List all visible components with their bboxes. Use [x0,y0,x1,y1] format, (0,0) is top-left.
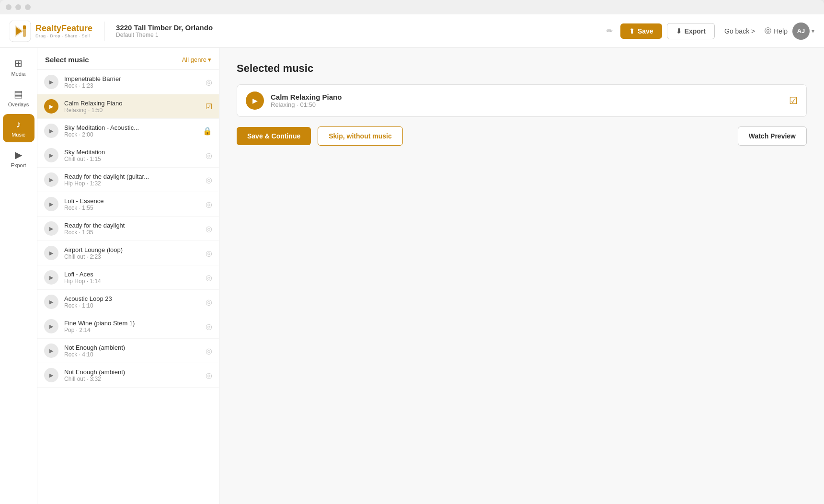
list-item[interactable]: ▶ Fine Wine (piano Stem 1) Pop · 2:14 ◎ [37,314,219,339]
check-icon: ◎ [206,371,212,380]
export-icon: ⬇ [676,27,682,35]
sidebar-item-overlays[interactable]: ▤ Overlays [3,83,34,112]
app-header: RealtyFeature Drag · Drop · Share · Sell… [0,14,824,48]
logo-text: RealtyFeature Drag · Drop · Share · Sell [35,23,92,38]
selected-track-name: Calm Relaxing Piano [271,93,782,101]
traffic-light-maximize[interactable] [25,4,31,10]
track-name: Ready for the daylight [64,222,200,229]
selected-track-meta: Relaxing · 01:50 [271,101,782,108]
track-name: Not Enough (ambient) [64,344,200,351]
play-button[interactable]: ▶ [44,221,58,236]
play-button[interactable]: ▶ [44,124,58,138]
track-meta: Rock · 1:23 [64,82,200,89]
selected-check-icon: ☑ [206,102,212,111]
title-bar [0,0,824,14]
track-info: Fine Wine (piano Stem 1) Pop · 2:14 [64,320,200,333]
track-info: Sky Meditation Chill out · 1:15 [64,149,200,162]
list-item[interactable]: ▶ Sky Meditation - Acoustic... Rock · 2:… [37,119,219,143]
check-icon: ◎ [206,78,212,87]
play-button[interactable]: ▶ [44,246,58,260]
check-icon: ◎ [206,322,212,331]
music-panel: Select music All genre ▾ ▶ Impenetrable … [37,48,219,504]
help-button[interactable]: ⓪ Help [765,27,788,35]
list-item[interactable]: ▶ Lofi - Aces Hip Hop · 1:14 ◎ [37,265,219,290]
watch-preview-button[interactable]: Watch Preview [738,126,807,146]
track-meta: Hip Hop · 1:32 [64,180,200,187]
list-item[interactable]: ▶ Acoustic Loop 23 Rock · 1:10 ◎ [37,290,219,314]
track-name: Sky Meditation - Acoustic... [64,124,197,131]
play-button[interactable]: ▶ [44,75,58,89]
play-button[interactable]: ▶ [44,270,58,285]
list-item[interactable]: ▶ Sky Meditation Chill out · 1:15 ◎ [37,143,219,168]
list-item[interactable]: ▶ Not Enough (ambient) Chill out · 3:32 … [37,363,219,388]
header-address: 3220 Tall Timber Dr, Orlando Default The… [116,23,599,38]
header-actions: ⬆ Save ⬇ Export Go back > ⓪ Help AJ ▾ [620,23,814,40]
track-meta: Chill out · 2:23 [64,253,200,260]
edit-icon[interactable]: ✏ [607,26,613,35]
track-meta: Rock · 1:10 [64,302,200,309]
track-info: Airport Lounge (loop) Chill out · 2:23 [64,246,200,260]
export-button[interactable]: ⬇ Export [667,23,715,39]
selected-music-title: Selected music [237,62,807,75]
track-name: Airport Lounge (loop) [64,246,200,253]
play-button[interactable]: ▶ [44,344,58,358]
export-nav-icon: ▶ [15,149,22,160]
skip-without-music-button[interactable]: Skip, without music [318,126,402,146]
check-icon: ◎ [206,273,212,282]
logo-brand: RealtyFeature [35,23,92,34]
list-item[interactable]: ▶ Calm Relaxing Piano Relaxing · 1:50 ☑ [37,94,219,119]
sidebar-item-music[interactable]: ♪ Music [3,114,34,142]
sidebar-item-export[interactable]: ▶ Export [3,144,34,173]
genre-filter[interactable]: All genre ▾ [182,56,211,63]
selected-music-area: Selected music ▶ Calm Relaxing Piano Rel… [219,48,824,504]
list-item[interactable]: ▶ Ready for the daylight (guitar... Hip … [37,168,219,192]
check-icon: ◎ [206,249,212,258]
user-avatar-dropdown[interactable]: AJ ▾ [792,23,814,40]
list-item[interactable]: ▶ Impenetrable Barrier Rock · 1:23 ◎ [37,70,219,94]
track-info: Calm Relaxing Piano Relaxing · 1:50 [64,100,200,114]
action-buttons: Save & Continue Skip, without music Watc… [237,126,807,146]
avatar: AJ [792,23,810,40]
save-button[interactable]: ⬆ Save [620,23,662,39]
overlays-icon: ▤ [14,88,23,100]
sidebar-item-media[interactable]: ⊞ Media [3,53,34,81]
play-button[interactable]: ▶ [44,368,58,382]
save-icon: ⬆ [629,27,635,35]
save-continue-button[interactable]: Save & Continue [237,127,311,145]
go-back-button[interactable]: Go back > [720,23,760,39]
lock-icon: 🔒 [203,126,212,136]
track-name: Ready for the daylight (guitar... [64,173,200,180]
header-divider [104,22,104,41]
play-button[interactable]: ▶ [44,197,58,211]
list-item[interactable]: ▶ Lofi - Essence Rock · 1:55 ◎ [37,192,219,217]
track-info: Impenetrable Barrier Rock · 1:23 [64,75,200,89]
track-meta: Rock · 4:10 [64,351,200,358]
track-meta: Hip Hop · 1:14 [64,278,200,285]
list-item[interactable]: ▶ Not Enough (ambient) Rock · 4:10 ◎ [37,339,219,363]
track-name: Lofi - Essence [64,197,200,205]
selected-play-button[interactable]: ▶ [246,92,264,110]
play-button[interactable]: ▶ [44,99,58,114]
play-button[interactable]: ▶ [44,172,58,187]
chevron-down-icon: ▾ [812,28,814,34]
track-meta: Rock · 2:00 [64,131,197,138]
app-window: RealtyFeature Drag · Drop · Share · Sell… [0,0,824,504]
check-icon: ◎ [206,200,212,209]
track-info: Not Enough (ambient) Chill out · 3:32 [64,368,200,382]
play-button[interactable]: ▶ [44,319,58,333]
traffic-light-minimize[interactable] [15,4,21,10]
list-item[interactable]: ▶ Ready for the daylight Rock · 1:35 ◎ [37,217,219,241]
selected-track-info: Calm Relaxing Piano Relaxing · 01:50 [271,93,782,108]
traffic-light-close[interactable] [6,4,11,10]
list-item[interactable]: ▶ Airport Lounge (loop) Chill out · 2:23… [37,241,219,265]
track-meta: Rock · 1:55 [64,205,200,211]
play-button[interactable]: ▶ [44,295,58,309]
music-panel-header: Select music All genre ▾ [37,48,219,70]
track-info: Acoustic Loop 23 Rock · 1:10 [64,295,200,309]
track-info: Lofi - Aces Hip Hop · 1:14 [64,271,200,285]
play-button[interactable]: ▶ [44,148,58,162]
selected-track-card: ▶ Calm Relaxing Piano Relaxing · 01:50 ☑ [237,84,807,117]
music-list: ▶ Impenetrable Barrier Rock · 1:23 ◎ ▶ [37,70,219,504]
svg-rect-3 [23,25,26,29]
help-icon: ⓪ [765,27,771,35]
